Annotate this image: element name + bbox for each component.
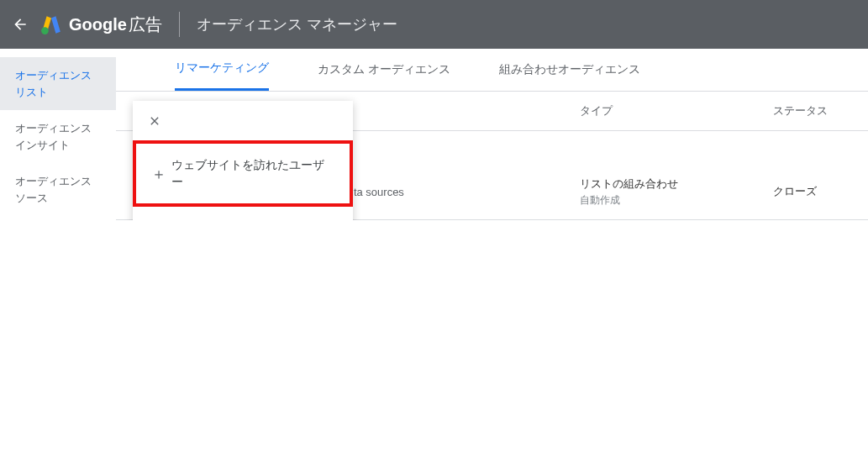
close-icon[interactable] [133, 108, 353, 140]
page-title: オーディエンス マネージャー [197, 14, 397, 34]
sidebar-item-audience-list[interactable]: オーディエンス リスト [0, 57, 116, 110]
sidebar-item-audience-insight[interactable]: オーディエンス インサイト [0, 110, 116, 163]
main-content: リマーケティング カスタム オーディエンス 組み合わせオーディエンス タイプ ス… [116, 49, 868, 220]
svg-point-0 [41, 27, 49, 34]
row-type-cell: リストの組み合わせ 自動作成 [570, 165, 763, 220]
dropdown-item-app-users[interactable]: ＋ アプリユーザー [133, 207, 353, 219]
tab-combination-audience[interactable]: 組み合わせオーディエンス [499, 49, 640, 91]
col-header-status: ステータス [763, 92, 868, 131]
plus-icon: ＋ [151, 164, 171, 184]
create-audience-dropdown: ＋ ウェブサイトを訪れたユーザー ＋ アプリユーザー ＋ YouTube ユーザ… [133, 101, 353, 220]
sidebar-item-audience-source[interactable]: オーディエンス ソース [0, 163, 116, 216]
tab-remarketing[interactable]: リマーケティング [175, 49, 269, 91]
tab-custom-audience[interactable]: カスタム オーディエンス [318, 49, 450, 91]
tabs: リマーケティング カスタム オーディエンス 組み合わせオーディエンス [116, 49, 868, 91]
back-arrow-icon[interactable] [12, 16, 34, 33]
row-type-sub: 自動作成 [580, 193, 753, 208]
brand-name: Google 広告 [69, 13, 162, 36]
brand-bold: Google [69, 15, 127, 34]
col-header-type: タイプ [570, 92, 763, 131]
row-type-main: リストの組み合わせ [580, 176, 753, 192]
row-status-cell: クローズ [763, 165, 868, 220]
dropdown-item-website-visitors[interactable]: ＋ ウェブサイトを訪れたユーザー [133, 140, 353, 207]
brand-rest: 広告 [129, 13, 162, 36]
header-divider [179, 12, 180, 37]
dropdown-item-label: ウェブサイトを訪れたユーザー [171, 157, 334, 190]
sidebar: オーディエンス リスト オーディエンス インサイト オーディエンス ソース [0, 49, 116, 220]
google-ads-logo-icon [40, 13, 62, 35]
app-header: Google 広告 オーディエンス マネージャー [0, 0, 868, 49]
